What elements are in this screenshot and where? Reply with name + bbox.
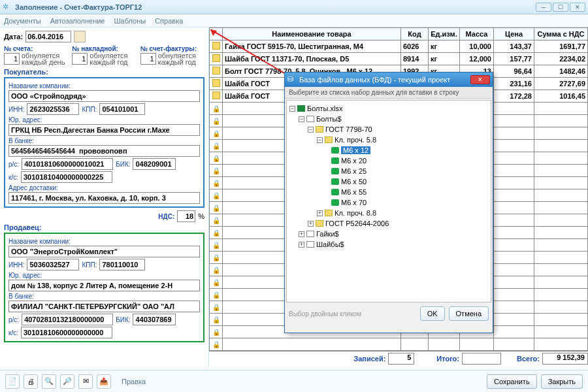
buyer-bank-input[interactable] (8, 145, 200, 157)
sheet-icon (306, 116, 314, 122)
buyer-rs-input[interactable] (22, 158, 113, 170)
buyer-company-input[interactable] (8, 90, 200, 102)
col-name[interactable]: Наименование товара (223, 28, 401, 41)
tool-search-icon[interactable]: 🔍 (42, 374, 56, 389)
lock-icon: 🔒 (212, 254, 220, 261)
pravka-link[interactable]: Правка (122, 378, 146, 385)
lock-icon: 🔒 (212, 118, 220, 125)
tool-export-icon[interactable]: 📤 (97, 374, 111, 389)
buyer-heading: Покупатель: (4, 68, 204, 76)
save-button[interactable]: Сохранить (487, 374, 537, 389)
tool-print-icon[interactable]: 🖨 (24, 374, 38, 389)
excel-icon (297, 105, 305, 112)
edit-icon[interactable] (212, 67, 220, 74)
lock-icon: 🔒 (212, 167, 220, 174)
table-row[interactable]: Гайка ГОСТ 5915-70, Шестигранная, М46026… (210, 41, 588, 53)
col-price[interactable]: Цена (494, 28, 534, 41)
date-label: Дата: (4, 33, 23, 41)
dialog-subtitle: Выберите из списка набор данных для вста… (285, 87, 493, 99)
close-app-button[interactable]: Закрыть (541, 374, 583, 389)
lock-icon: 🔒 (212, 130, 220, 137)
table-row[interactable]: 🔒 (210, 338, 588, 351)
buyer-inn-input[interactable] (27, 103, 79, 115)
tool-mail-icon[interactable]: ✉ (78, 374, 93, 389)
menu-help[interactable]: Справка (155, 17, 183, 25)
edit-icon[interactable] (212, 79, 220, 87)
expand-icon[interactable]: + (317, 210, 323, 216)
seller-box: Название компании: ИНН:КПП: Юр. адрес: В… (4, 233, 204, 342)
date-input[interactable] (25, 31, 71, 42)
date-picker-button[interactable] (74, 31, 86, 42)
lock-icon: 🔒 (212, 229, 220, 237)
buyer-kpp-input[interactable] (99, 103, 145, 115)
buyer-addr-input[interactable] (8, 124, 200, 136)
seller-addr-input[interactable] (8, 280, 200, 291)
lock-icon: 🔒 (212, 155, 220, 162)
tool-preview-icon[interactable]: 🔎 (60, 374, 74, 389)
seller-bank-input[interactable] (8, 301, 200, 312)
sf-no-input[interactable] (140, 53, 156, 65)
tree-item[interactable]: М6 х 12 (289, 145, 488, 155)
nakl-no-input[interactable] (72, 53, 88, 65)
lock-icon: 🔒 (212, 291, 220, 299)
close-button[interactable]: ✕ (570, 3, 585, 12)
col-unit[interactable]: Ед.изм. (429, 28, 460, 41)
buyer-ks-input[interactable] (21, 171, 112, 183)
tool-new-icon[interactable]: 📄 (5, 374, 20, 389)
lock-icon: 🔒 (212, 105, 220, 112)
table-row[interactable]: Шайба ГОСТ 11371-70, Плоская, D58914кг12… (210, 53, 588, 65)
dialog-close-button[interactable]: ✕ (470, 75, 490, 84)
buyer-bik-input[interactable] (133, 158, 176, 170)
seller-inn-input[interactable] (27, 259, 79, 270)
nds-input[interactable] (177, 210, 195, 222)
titlebar: ✲ Заполнение - Счет-Фактура-ТОРГ12 ─ ☐ ✕ (0, 0, 588, 14)
buyer-box: Название компании: ИНН:КПП: Юр. адрес: В… (4, 77, 204, 208)
dialog-title: База файлов данных (БФД) - текущий проек… (299, 76, 450, 84)
bottom-toolbar: 📄 🖨 🔍 🔎 ✉ 📤 Правка Сохранить Закрыть (0, 370, 588, 392)
collapse-icon[interactable]: − (289, 106, 295, 112)
menu-templates[interactable]: Шаблоны (114, 17, 146, 25)
database-icon: ⛁ (287, 75, 297, 84)
seller-company-input[interactable] (8, 246, 200, 257)
dialog-ok-button[interactable]: OK (420, 306, 445, 321)
lock-icon: 🔒 (212, 217, 220, 224)
buyer-deliv-input[interactable] (8, 192, 200, 204)
totals-row: Записей: 5 Итого: Всего: 9 152,39 (209, 351, 588, 365)
seller-kpp-input[interactable] (99, 259, 145, 270)
lock-icon: 🔒 (212, 204, 220, 212)
tree-item[interactable]: М6 х 50 (289, 176, 488, 187)
col-mass[interactable]: Масса (460, 28, 494, 41)
tree-item[interactable]: М6 х 70 (289, 197, 488, 208)
menubar: Документы Автозаполнение Шаблоны Справка (0, 14, 588, 27)
edit-icon[interactable] (212, 42, 220, 50)
col-sum[interactable]: Сумма с НДС (534, 28, 588, 41)
lock-icon: 🔒 (212, 267, 220, 274)
dialog-tree[interactable]: −Болты.xlsx −Болты$ −ГОСТ 7798-70 −Кл. п… (286, 100, 491, 302)
dialog-cancel-button[interactable]: Отмена (449, 306, 489, 321)
tree-item[interactable]: М6 х 20 (289, 155, 488, 166)
seller-bik-input[interactable] (133, 314, 176, 325)
lock-icon: 🔒 (212, 192, 220, 199)
menu-autofill[interactable]: Автозаполнение (50, 17, 105, 25)
lock-icon: 🔒 (212, 279, 220, 286)
col-code[interactable]: Код (401, 28, 429, 41)
seller-ks-input[interactable] (21, 327, 112, 338)
acct-no-input[interactable] (4, 53, 20, 65)
seller-heading: Продавец: (4, 223, 204, 231)
window-title: Заполнение - Счет-Фактура-ТОРГ12 (15, 3, 536, 11)
item-icon (331, 189, 339, 195)
seller-rs-input[interactable] (22, 314, 113, 325)
minimize-button[interactable]: ─ (536, 3, 551, 12)
edit-icon[interactable] (212, 91, 220, 99)
edit-icon[interactable] (212, 54, 220, 62)
item-icon (331, 157, 339, 164)
tree-item[interactable]: М6 х 25 (289, 166, 488, 176)
folder-icon (316, 126, 323, 133)
item-icon (331, 168, 339, 174)
menu-documents[interactable]: Документы (4, 17, 41, 25)
item-icon (331, 199, 339, 206)
maximize-button[interactable]: ☐ (553, 3, 568, 12)
tree-item[interactable]: М6 х 55 (289, 187, 488, 197)
lock-icon: 🔒 (212, 304, 220, 311)
item-icon (331, 178, 339, 185)
